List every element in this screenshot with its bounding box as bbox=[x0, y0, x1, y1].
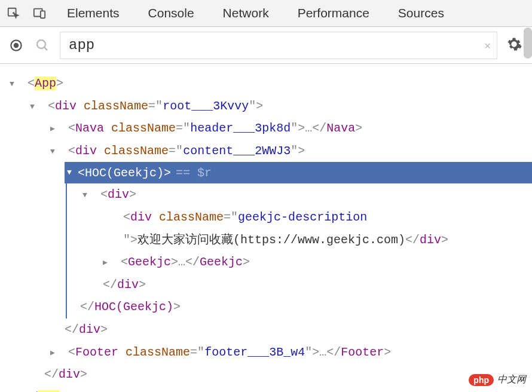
component-tree: <App> <div className="root___3Kvvy"> <Na… bbox=[0, 64, 532, 392]
tree-node-content[interactable]: <div className="content___2WWJ3"> bbox=[5, 140, 532, 163]
svg-point-5 bbox=[37, 40, 45, 48]
tree-node-app[interactable]: <App> bbox=[5, 72, 532, 95]
device-icon[interactable] bbox=[31, 5, 48, 22]
watermark-text: 中文网 bbox=[497, 373, 526, 386]
tab-sources[interactable]: Sources bbox=[389, 0, 454, 27]
tree-node-close-hoc[interactable]: </HOC(Geekjc)> bbox=[67, 296, 532, 318]
tab-network[interactable]: Network bbox=[213, 0, 279, 27]
tree-node-close-rootdiv[interactable]: </div> bbox=[5, 363, 532, 386]
filter-bar: app ✕ bbox=[0, 27, 532, 64]
tree-node-geekjc[interactable]: <Geekjc>…</Geekjc> bbox=[67, 251, 532, 274]
tree-node-close-innerdiv[interactable]: </div> bbox=[67, 274, 532, 296]
search-input[interactable]: app ✕ bbox=[60, 32, 497, 59]
search-icon[interactable] bbox=[33, 36, 51, 54]
chevron-down-icon[interactable] bbox=[67, 166, 78, 180]
scrollbar[interactable] bbox=[524, 27, 532, 59]
search-value: app bbox=[69, 37, 94, 53]
tree-node-footer[interactable]: <Footer className="footer___3B_w4">…</Fo… bbox=[5, 341, 532, 364]
tree-node-hoc-selected[interactable]: <HOC(Geekjc)> == $r bbox=[65, 162, 532, 183]
tree-node-close-app[interactable]: </App> bbox=[5, 386, 532, 392]
svg-point-4 bbox=[14, 43, 19, 47]
tree-node-nava[interactable]: <Nava className="header___3pk8d">…</Nava… bbox=[5, 117, 532, 140]
chevron-right-icon[interactable] bbox=[103, 256, 114, 270]
chevron-down-icon[interactable] bbox=[82, 188, 93, 203]
tab-console[interactable]: Console bbox=[139, 0, 204, 27]
tree-node-close-content[interactable]: </div> bbox=[5, 318, 532, 341]
tree-node-desc[interactable]: <div className="geekjc-description">欢迎大家… bbox=[67, 206, 532, 251]
tree-node-inner-div[interactable]: <div> bbox=[67, 183, 532, 206]
target-icon[interactable] bbox=[7, 36, 25, 54]
watermark-badge: php bbox=[469, 374, 494, 386]
gear-icon[interactable] bbox=[506, 36, 525, 55]
chevron-right-icon[interactable] bbox=[50, 122, 61, 136]
tab-performance[interactable]: Performance bbox=[288, 0, 379, 27]
inspect-icon[interactable] bbox=[5, 5, 22, 22]
chevron-down-icon[interactable] bbox=[50, 145, 61, 159]
svg-rect-2 bbox=[41, 11, 45, 18]
selected-ref: == $r bbox=[176, 162, 212, 185]
tab-elements[interactable]: Elements bbox=[57, 0, 129, 27]
clear-icon[interactable]: ✕ bbox=[484, 39, 491, 52]
tree-node-root-div[interactable]: <div className="root___3Kvvy"> bbox=[5, 95, 532, 118]
chevron-down-icon[interactable] bbox=[30, 100, 41, 114]
chevron-down-icon[interactable] bbox=[10, 77, 20, 91]
devtools-toolbar: Elements Console Network Performance Sou… bbox=[0, 0, 532, 27]
watermark: php 中文网 bbox=[469, 373, 526, 386]
chevron-right-icon[interactable] bbox=[50, 346, 61, 360]
